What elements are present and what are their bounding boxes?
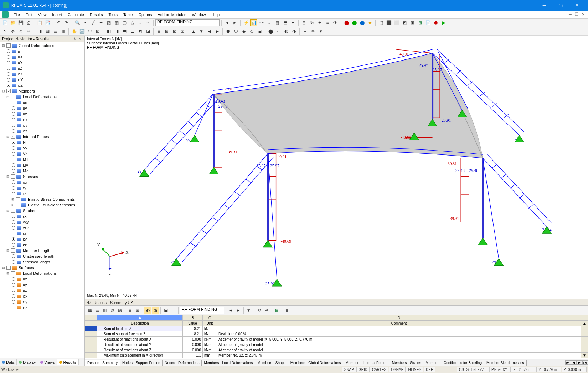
cartes-toggle[interactable]: CARTES xyxy=(370,367,388,372)
tree-global-deformations[interactable]: Global Deformations xyxy=(18,43,54,48)
menu-options[interactable]: Options xyxy=(135,12,155,17)
rt-i-icon[interactable]: ◑ xyxy=(152,307,159,314)
copy-icon[interactable]: 📋 xyxy=(36,19,43,26)
rt-g-icon[interactable]: ⊟ xyxy=(134,307,141,314)
rt-excel-icon[interactable]: ⊞ xyxy=(273,307,280,314)
select-icon[interactable]: ↖ xyxy=(1,28,9,35)
tree-member-length[interactable]: Member Length xyxy=(22,248,50,253)
rtab-mem-gd[interactable]: Members - Global Deformations xyxy=(288,360,344,366)
rt-l-icon[interactable]: ⟲ xyxy=(256,307,263,314)
results-close-icon[interactable]: ✕ xyxy=(130,300,133,305)
tree-members[interactable]: Members xyxy=(18,89,35,93)
menu-addons[interactable]: Add-on Modules xyxy=(155,12,189,17)
misc3-icon[interactable]: ⬜ xyxy=(393,19,400,26)
rt-print-icon[interactable]: 🖨 xyxy=(263,307,270,314)
rt-next-icon[interactable]: ► xyxy=(235,307,242,314)
rt-calc-icon[interactable]: 🖩 xyxy=(284,307,291,314)
rt-h-icon[interactable]: ◐ xyxy=(144,307,151,314)
opening-icon[interactable]: ▢ xyxy=(121,19,128,26)
nav-tab-results[interactable]: Results xyxy=(57,359,79,365)
menu-edit[interactable]: Edit xyxy=(23,12,35,17)
visibility-icon[interactable]: 👁 xyxy=(332,19,339,26)
rtab-mem-if[interactable]: Members - Internal Forces xyxy=(343,360,390,366)
redo-icon[interactable]: ↷ xyxy=(63,19,70,26)
tb2-w-icon[interactable]: ◑ xyxy=(290,28,298,35)
calc-icon[interactable]: ⚡ xyxy=(242,19,249,26)
pin-icon[interactable]: ⤹ xyxy=(72,37,77,41)
filter-icon[interactable]: ▼ xyxy=(289,19,296,26)
rt-d-icon[interactable]: ▧ xyxy=(109,307,116,314)
menu-help[interactable]: Help xyxy=(209,12,223,17)
paste-icon[interactable]: 📑 xyxy=(44,19,51,26)
rtab-nodes-def[interactable]: Nodes - Deformations xyxy=(162,360,202,366)
rtab-mem-slen[interactable]: Member Slendernesses xyxy=(484,360,527,366)
load-icon[interactable]: ↓ xyxy=(136,19,144,26)
member-icon[interactable]: ━ xyxy=(97,19,104,26)
tree-strains[interactable]: Strains xyxy=(22,209,35,213)
view-front-icon[interactable]: ▤ xyxy=(52,28,59,35)
tb2-m-icon[interactable]: ◀ xyxy=(206,28,213,35)
close-button[interactable]: ✕ xyxy=(569,0,585,11)
pdf-icon[interactable]: ⬢ xyxy=(432,19,439,26)
tb2-r-icon[interactable]: ◇ xyxy=(248,28,255,35)
move-icon[interactable]: ✥ xyxy=(9,28,16,35)
surface-icon[interactable]: ▧ xyxy=(105,19,112,26)
tb2-a-icon[interactable]: ◧ xyxy=(105,28,112,35)
menu-view[interactable]: View xyxy=(35,12,50,17)
pan-icon[interactable]: ✋ xyxy=(71,28,78,35)
misc1-icon[interactable]: ⬚ xyxy=(377,19,385,26)
tb2-f-icon[interactable]: ◪ xyxy=(144,28,151,35)
menu-table[interactable]: Table xyxy=(120,12,135,17)
view-iso-icon[interactable]: ◨ xyxy=(36,28,43,35)
result-diagram-icon[interactable]: 〰 xyxy=(258,19,265,26)
tab-prev-icon[interactable]: ◀ xyxy=(571,360,577,365)
tb2-d-icon[interactable]: ⬓ xyxy=(129,28,136,35)
tb2-g-icon[interactable]: ⊞ xyxy=(155,28,163,35)
save-icon[interactable]: 💾 xyxy=(17,19,24,26)
rt-a-icon[interactable]: ▦ xyxy=(86,307,93,314)
rt-k-icon[interactable]: ⬚ xyxy=(170,307,177,314)
tb2-z-icon[interactable]: ✷ xyxy=(317,28,324,35)
zoomwin-icon[interactable]: ⬚ xyxy=(86,28,93,35)
tb2-y-icon[interactable]: ❋ xyxy=(309,28,316,35)
loadcase-combo[interactable]: RF-FORM-FINDING xyxy=(155,19,220,26)
rt-prev-icon[interactable]: ◄ xyxy=(227,307,234,314)
app-menu-icon[interactable] xyxy=(2,11,9,18)
tb2-e-icon[interactable]: ◩ xyxy=(136,28,144,35)
next-lc-icon[interactable]: ► xyxy=(231,19,238,26)
tb2-x-icon[interactable]: ✦ xyxy=(301,28,309,35)
tb2-n-icon[interactable]: ▶ xyxy=(213,28,221,35)
rtab-summary[interactable]: Results - Summary xyxy=(85,360,120,366)
rt-c-icon[interactable]: ▥ xyxy=(101,307,108,314)
orbit-icon[interactable]: 🔄 xyxy=(78,28,86,35)
menu-insert[interactable]: Insert xyxy=(49,12,65,17)
tab-first-icon[interactable]: ⏮ xyxy=(565,360,571,365)
tb2-s-icon[interactable]: ▣ xyxy=(256,28,263,35)
new-icon[interactable]: 📄 xyxy=(1,19,9,26)
tb2-b-icon[interactable]: ◨ xyxy=(113,28,120,35)
rt-b-icon[interactable]: ▤ xyxy=(94,307,101,314)
tab-next-icon[interactable]: ▶ xyxy=(577,360,582,365)
color3-icon[interactable]: ⬤ xyxy=(359,19,366,26)
export-excel-icon[interactable]: ⊞ xyxy=(417,19,424,26)
mdi-restore-icon[interactable]: ❐ xyxy=(574,12,579,17)
solid-icon[interactable]: ▦ xyxy=(113,19,120,26)
tb2-o-icon[interactable]: ⬢ xyxy=(225,28,232,35)
play-icon[interactable]: ▶ xyxy=(440,19,447,26)
3d-viewport[interactable]: Internal Forces N [kN] Surfaces: Interna… xyxy=(85,36,588,299)
minimize-button[interactable]: ─ xyxy=(536,0,552,11)
snap-toggle[interactable]: SNAP xyxy=(342,367,356,372)
line-icon[interactable]: ╱ xyxy=(89,19,97,26)
nav-tab-views[interactable]: Views xyxy=(38,359,57,365)
menu-tools[interactable]: Tools xyxy=(105,12,120,17)
dimension-icon[interactable]: ↔ xyxy=(144,19,151,26)
grid-toggle[interactable]: GRID xyxy=(356,367,370,372)
star-icon[interactable]: ★ xyxy=(366,19,373,26)
rt-e-icon[interactable]: ▨ xyxy=(116,307,123,314)
tb2-q-icon[interactable]: ◆ xyxy=(240,28,247,35)
maximize-button[interactable]: ▢ xyxy=(552,0,569,11)
tb2-j-icon[interactable]: ⊡ xyxy=(179,28,186,35)
rtab-mem-ld[interactable]: Members - Local Deformations xyxy=(201,360,255,366)
nav-tab-data[interactable]: Data xyxy=(0,359,17,365)
glines-toggle[interactable]: GLINES xyxy=(406,367,423,372)
